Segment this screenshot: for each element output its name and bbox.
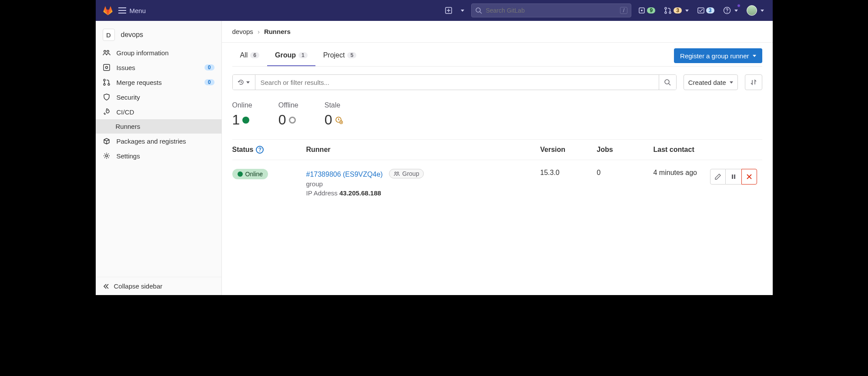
- breadcrumb: devops › Runners: [222, 21, 773, 43]
- avatar-icon: [747, 5, 757, 16]
- collapse-sidebar-button[interactable]: Collapse sidebar: [96, 277, 221, 295]
- stat-value: 0: [278, 112, 286, 128]
- filter-row: Created date: [232, 74, 762, 90]
- sidebar-subitem-runners[interactable]: Runners: [96, 119, 221, 134]
- topbar: Menu / 9 3 3: [96, 0, 773, 21]
- delete-runner-button[interactable]: [741, 169, 757, 185]
- group-avatar: D: [103, 29, 115, 41]
- search-box[interactable]: /: [471, 3, 631, 17]
- sidebar-item-label: CI/CD: [117, 108, 134, 116]
- sidebar-item-label: Issues: [117, 64, 135, 71]
- svg-point-15: [104, 84, 105, 85]
- issues-count: 0: [204, 64, 214, 70]
- filter-input-wrap: [232, 74, 677, 90]
- tabs: All 6 Group 1 Project 5 Register a group…: [232, 45, 762, 67]
- pause-runner-button[interactable]: [726, 169, 741, 185]
- search-history-button[interactable]: [233, 75, 255, 90]
- chevron-down-icon: [753, 55, 756, 57]
- sidebar-group-header[interactable]: D devops: [96, 24, 221, 45]
- tab-project[interactable]: Project 5: [315, 45, 364, 66]
- search-input[interactable]: [486, 7, 617, 14]
- sidebar-item-security[interactable]: Security: [96, 90, 221, 104]
- online-dot-icon: [242, 117, 249, 124]
- chevron-down-icon: [734, 10, 738, 12]
- runner-ip: IP Address 43.205.68.188: [306, 189, 540, 197]
- help-button[interactable]: [721, 5, 740, 16]
- rocket-icon: [103, 108, 111, 116]
- shield-icon: [103, 93, 111, 101]
- register-group-runner-button[interactable]: Register a group runner: [674, 48, 762, 63]
- filter-input[interactable]: [255, 75, 659, 90]
- svg-point-10: [104, 50, 106, 53]
- chevron-down-icon: [461, 10, 464, 12]
- plus-box-icon: [445, 7, 452, 14]
- pencil-icon: [714, 173, 721, 180]
- sidebar-item-label: Security: [117, 94, 140, 101]
- runner-jobs: 0: [597, 169, 654, 177]
- sort-select[interactable]: Created date: [684, 74, 738, 90]
- history-icon: [238, 79, 245, 86]
- sidebar-item-packages[interactable]: Packages and registries: [96, 134, 221, 148]
- tab-all[interactable]: All 6: [232, 45, 267, 66]
- sidebar-item-label: Merge requests: [117, 79, 162, 86]
- row-actions: [710, 169, 762, 185]
- todos-count-badge: 3: [706, 7, 714, 13]
- sidebar-item-label: Settings: [117, 152, 140, 160]
- col-header-last-contact: Last contact: [654, 146, 710, 154]
- issues-count-badge: 9: [647, 7, 655, 13]
- user-menu[interactable]: [745, 3, 766, 17]
- gitlab-logo-icon[interactable]: [103, 5, 113, 16]
- new-button[interactable]: [443, 5, 454, 16]
- status-help-button[interactable]: ?: [256, 146, 264, 154]
- runner-last-contact: 4 minutes ago: [654, 169, 710, 177]
- svg-point-18: [105, 155, 107, 157]
- merge-icon: [103, 78, 111, 86]
- menu-button[interactable]: Menu: [118, 7, 146, 14]
- edit-runner-button[interactable]: [710, 169, 726, 185]
- group-name: devops: [121, 31, 144, 39]
- sidebar-item-merge-requests[interactable]: Merge requests 0: [96, 75, 221, 90]
- offline-ring-icon: [289, 117, 296, 124]
- runner-scope-pill: Group: [389, 169, 424, 178]
- breadcrumb-parent[interactable]: devops: [232, 28, 253, 35]
- stat-label: Stale: [325, 101, 343, 109]
- filter-search-button[interactable]: [659, 75, 676, 90]
- todos-counter[interactable]: 3: [696, 5, 716, 16]
- sidebar-item-cicd[interactable]: CI/CD: [96, 104, 221, 119]
- mr-count-badge: 3: [674, 7, 682, 13]
- tab-label: Project: [323, 51, 345, 59]
- svg-point-23: [397, 172, 399, 174]
- svg-rect-12: [104, 64, 110, 70]
- col-header-status: Status ?: [232, 146, 306, 154]
- search-shortcut-key: /: [620, 7, 627, 14]
- sidebar-item-settings[interactable]: Settings: [96, 148, 221, 163]
- runner-id-link[interactable]: #17389806 (ES9VZQ4e): [306, 171, 383, 178]
- merge-requests-counter[interactable]: 3: [662, 5, 690, 16]
- group-icon: [394, 171, 400, 177]
- svg-point-11: [107, 50, 109, 53]
- sort-desc-icon: [750, 79, 757, 86]
- tab-label: Group: [275, 51, 296, 59]
- new-dropdown[interactable]: [459, 8, 466, 13]
- stat-label: Online: [232, 101, 252, 109]
- sidebar-item-group-information[interactable]: Group information: [96, 45, 221, 60]
- tab-group[interactable]: Group 1: [267, 45, 315, 66]
- sidebar-item-issues[interactable]: Issues 0: [96, 60, 221, 75]
- merge-request-icon: [664, 7, 672, 14]
- svg-rect-24: [732, 175, 733, 179]
- collapse-label: Collapse sidebar: [114, 282, 163, 290]
- chevron-down-icon: [685, 10, 689, 12]
- col-header-runner: Runner: [306, 146, 540, 154]
- stat-label: Offline: [278, 101, 298, 109]
- svg-point-3: [641, 10, 643, 11]
- issues-counter[interactable]: 9: [637, 5, 657, 16]
- svg-point-22: [395, 172, 396, 174]
- svg-rect-25: [734, 175, 735, 179]
- stat-online: Online 1: [232, 101, 252, 128]
- package-icon: [103, 137, 111, 145]
- sidebar: D devops Group information Issues 0 Merg…: [96, 21, 222, 295]
- online-dot-icon: [238, 171, 243, 177]
- sort-direction-button[interactable]: [745, 74, 762, 90]
- sidebar-item-label: Group information: [117, 49, 169, 57]
- svg-point-19: [665, 80, 669, 84]
